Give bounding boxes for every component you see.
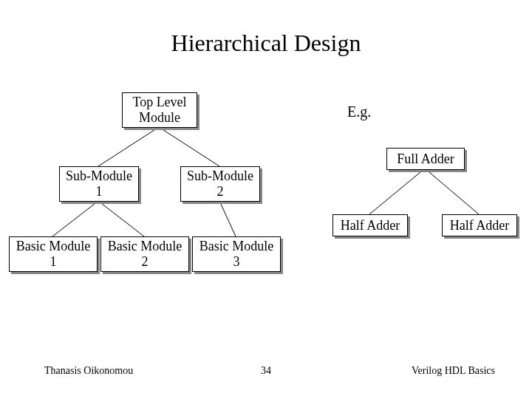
basic-module-3-box: Basic Module 3: [192, 236, 281, 272]
svg-line-2: [52, 201, 98, 236]
sub-module-1-box: Sub-Module 1: [59, 166, 139, 202]
svg-line-6: [425, 168, 479, 214]
top-level-module-box: Top Level Module: [122, 92, 197, 128]
half-adder-left-box: Half Adder: [332, 214, 408, 236]
basic-module-1-box: Basic Module 1: [9, 236, 98, 272]
example-label: E.g.: [347, 103, 371, 120]
slide-title: Hierarchical Design: [0, 30, 532, 57]
basic-module-2-box: Basic Module 2: [100, 236, 189, 272]
svg-line-5: [369, 168, 425, 214]
full-adder-box: Full Adder: [386, 148, 465, 170]
svg-line-0: [98, 127, 159, 166]
footer-topic: Verilog HDL Basics: [412, 365, 495, 377]
sub-module-2-box: Sub-Module 2: [180, 166, 260, 202]
svg-line-3: [98, 201, 144, 236]
slide: Hierarchical Design E.g. Top Level Modul…: [0, 0, 532, 399]
svg-line-4: [219, 201, 236, 236]
svg-line-1: [159, 127, 219, 166]
half-adder-right-box: Half Adder: [442, 214, 517, 236]
